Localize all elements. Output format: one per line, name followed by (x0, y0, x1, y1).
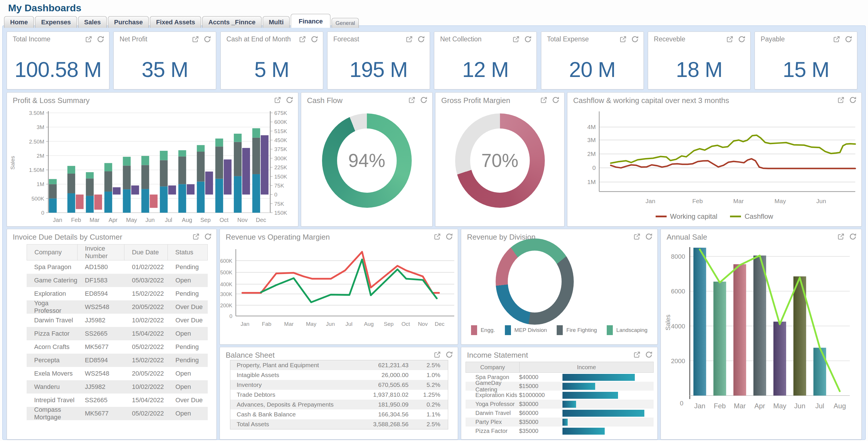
svg-text:300K: 300K (220, 291, 232, 297)
refresh-icon[interactable] (204, 233, 212, 241)
legend-label: Engg. (480, 327, 495, 333)
refresh-icon[interactable] (310, 35, 318, 43)
tab-expenses[interactable]: Expenses (35, 16, 77, 28)
external-link-icon[interactable] (433, 351, 441, 358)
external-link-icon[interactable] (405, 35, 413, 43)
refresh-icon[interactable] (204, 35, 211, 43)
legend-item-landscaping: Landscaping (607, 325, 648, 335)
external-link-icon[interactable] (192, 233, 200, 241)
svg-text:Jun: Jun (816, 198, 826, 204)
external-link-icon[interactable] (540, 96, 548, 104)
widget-title: Annual Sale (666, 233, 707, 242)
external-link-icon[interactable] (619, 35, 627, 43)
external-link-icon[interactable] (837, 233, 845, 241)
cell-status: Open (168, 383, 208, 391)
external-link-icon[interactable] (726, 35, 734, 43)
kpi-label: Total Income (13, 35, 50, 43)
kpi-label: Net Profit (120, 35, 147, 43)
external-link-icon[interactable] (299, 35, 306, 43)
external-link-icon[interactable] (408, 96, 416, 104)
cell-invoice-number: MK5677 (77, 410, 124, 417)
refresh-icon[interactable] (552, 96, 560, 104)
svg-text:400K: 400K (220, 282, 232, 287)
refresh-icon[interactable] (849, 96, 857, 104)
widget-actions (192, 233, 212, 241)
refresh-icon[interactable] (445, 351, 453, 358)
refresh-icon[interactable] (645, 233, 653, 241)
account-value: 26,000.00 (353, 372, 408, 378)
table-row: Game CateringDF158305/03/2022Open (27, 274, 208, 287)
tab-fixed-assets[interactable]: Fixed Assets (150, 16, 201, 28)
income-bar (562, 383, 595, 390)
cell-due-date: 15/04/2022 (124, 397, 168, 404)
cell-status: Pending (168, 263, 208, 271)
pl-summary-chart: 0500K1M1.50M2M2.50M3M3.50M675K600K515K45… (7, 107, 298, 226)
refresh-icon[interactable] (97, 35, 104, 43)
svg-text:4M: 4M (587, 124, 596, 130)
widget-title: Profit & Loss Summary (13, 96, 90, 105)
refresh-icon[interactable] (420, 96, 428, 104)
refresh-icon[interactable] (631, 35, 639, 43)
invoice-table-grid: CompanyInvoice NumberDue DateStatusSpa P… (27, 244, 208, 420)
kpi-head: Total Income (13, 35, 104, 43)
refresh-icon[interactable] (417, 35, 425, 43)
kpi-label: Cash at End of Month (226, 35, 291, 43)
balance-sheet-grid: Property, Plant and Equipment621,231.432… (230, 360, 448, 430)
page-title: My Dashboards (8, 2, 81, 13)
tab-general[interactable]: General (332, 18, 359, 28)
refresh-icon[interactable] (849, 233, 857, 241)
refresh-icon[interactable] (286, 96, 293, 104)
widget-title: Invoice Due Details by Customer (13, 233, 122, 242)
svg-text:Mar: Mar (284, 321, 294, 327)
kpi-card-forecast: Forecast195 M (327, 32, 430, 89)
cell-due-date: 10/02/2022 (124, 383, 168, 391)
tab-home[interactable]: Home (4, 16, 34, 28)
kpi-card-total-income: Total Income100.58 M (7, 32, 110, 89)
legend-item-engg: Engg. (471, 325, 495, 335)
refresh-icon[interactable] (524, 35, 532, 43)
external-link-icon[interactable] (85, 35, 93, 43)
tab-multi[interactable]: Multi (263, 16, 290, 28)
tab-finance[interactable]: Finance (291, 14, 331, 28)
account-percent: 0.2% (408, 401, 448, 408)
table-row: Party Plex$35000 (466, 417, 654, 427)
external-link-icon[interactable] (191, 35, 199, 43)
cell-company: Wanderu (27, 383, 77, 391)
company-cell: GameDay Catering (466, 380, 519, 393)
gauge-hole: 94% (337, 128, 397, 193)
svg-text:Feb: Feb (714, 402, 726, 410)
table-row: Spa ParagonAD158001/02/2022Pending (27, 260, 208, 274)
svg-text:Jun: Jun (145, 217, 155, 223)
cell-due-date: 15/02/2022 (124, 290, 168, 297)
svg-text:3M: 3M (587, 136, 596, 143)
kpi-value: 35 M (114, 57, 216, 82)
cell-status: Over Due (168, 397, 208, 404)
refresh-icon[interactable] (645, 351, 653, 358)
svg-text:675K: 675K (274, 110, 287, 116)
external-link-icon[interactable] (833, 35, 840, 43)
external-link-icon[interactable] (433, 233, 441, 241)
account-label: Intagible Assets (230, 372, 353, 378)
cell-company: Compass Mortgage (27, 406, 77, 421)
external-link-icon[interactable] (274, 96, 281, 104)
table-row: ExplorationED859415/02/2022Pending (27, 287, 208, 301)
account-percent: 1.0% (408, 372, 448, 378)
tab-purchase[interactable]: Purchase (108, 16, 149, 28)
widget-actions (408, 96, 428, 104)
tab-sales[interactable]: Sales (78, 16, 107, 28)
refresh-icon[interactable] (844, 35, 852, 43)
external-link-icon[interactable] (512, 35, 520, 43)
cell-status: Open (168, 410, 208, 417)
external-link-icon[interactable] (837, 96, 845, 104)
income-statement-grid: CompanyIncomeSpa Paragon$40000GameDay Ca… (466, 362, 654, 436)
kpi-card-total-expense: Total Expense20 M (541, 32, 644, 89)
kpi-value: 12 M (434, 57, 536, 82)
refresh-icon[interactable] (738, 35, 746, 43)
tab-accnts-finnce[interactable]: Accnts _Finnce (202, 16, 261, 28)
svg-text:2M: 2M (587, 151, 596, 157)
widget-gross-profit-margin: Gross Profit Margien 70% (435, 92, 564, 227)
refresh-icon[interactable] (445, 233, 453, 241)
external-link-icon[interactable] (633, 351, 641, 358)
external-link-icon[interactable] (633, 233, 641, 241)
widget-cashflow-working-capital: Cashflow & working capital over next 3 m… (567, 92, 862, 227)
